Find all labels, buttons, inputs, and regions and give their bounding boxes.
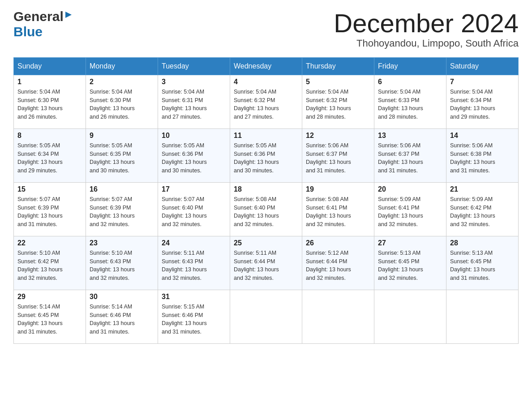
calendar-cell: 30 Sunrise: 5:14 AM Sunset: 6:46 PM Dayl… [86, 290, 158, 343]
day-number: 3 [162, 78, 226, 86]
day-number: 8 [17, 132, 82, 140]
day-number: 28 [450, 239, 515, 247]
calendar-cell: 13 Sunrise: 5:06 AM Sunset: 6:37 PM Dayl… [374, 128, 446, 182]
logo-arrow-icon [64, 10, 73, 21]
svg-marker-0 [65, 12, 72, 18]
day-info: Sunrise: 5:07 AM Sunset: 6:39 PM Dayligh… [90, 195, 154, 229]
day-info: Sunrise: 5:05 AM Sunset: 6:35 PM Dayligh… [90, 141, 154, 175]
calendar-cell: 11 Sunrise: 5:05 AM Sunset: 6:36 PM Dayl… [230, 128, 302, 182]
calendar-week-row: 8 Sunrise: 5:05 AM Sunset: 6:34 PM Dayli… [14, 128, 519, 182]
day-info: Sunrise: 5:11 AM Sunset: 6:44 PM Dayligh… [234, 249, 298, 283]
calendar-cell: 4 Sunrise: 5:04 AM Sunset: 6:32 PM Dayli… [230, 75, 302, 128]
day-info: Sunrise: 5:08 AM Sunset: 6:41 PM Dayligh… [306, 195, 370, 229]
day-number: 18 [234, 185, 298, 193]
calendar-cell: 28 Sunrise: 5:13 AM Sunset: 6:45 PM Dayl… [446, 236, 519, 290]
day-number: 31 [162, 293, 226, 301]
calendar-header-saturday: Saturday [446, 57, 519, 75]
day-number: 4 [234, 78, 298, 86]
day-info: Sunrise: 5:15 AM Sunset: 6:46 PM Dayligh… [162, 303, 226, 336]
calendar-cell: 31 Sunrise: 5:15 AM Sunset: 6:46 PM Dayl… [158, 290, 230, 343]
calendar-cell: 2 Sunrise: 5:04 AM Sunset: 6:30 PM Dayli… [86, 75, 158, 128]
day-number: 20 [378, 185, 442, 193]
day-info: Sunrise: 5:09 AM Sunset: 6:41 PM Dayligh… [378, 195, 442, 229]
day-info: Sunrise: 5:06 AM Sunset: 6:37 PM Dayligh… [378, 141, 442, 175]
day-info: Sunrise: 5:11 AM Sunset: 6:43 PM Dayligh… [162, 249, 226, 283]
calendar-cell: 6 Sunrise: 5:04 AM Sunset: 6:33 PM Dayli… [374, 75, 446, 128]
day-number: 29 [17, 293, 82, 301]
day-info: Sunrise: 5:05 AM Sunset: 6:34 PM Dayligh… [17, 141, 82, 175]
calendar-cell [374, 290, 446, 343]
day-info: Sunrise: 5:10 AM Sunset: 6:43 PM Dayligh… [90, 249, 154, 283]
calendar-cell: 10 Sunrise: 5:05 AM Sunset: 6:36 PM Dayl… [158, 128, 230, 182]
day-number: 22 [17, 239, 82, 247]
calendar-header-thursday: Thursday [302, 57, 374, 75]
day-number: 9 [90, 132, 154, 140]
day-info: Sunrise: 5:06 AM Sunset: 6:38 PM Dayligh… [450, 141, 515, 175]
calendar-cell: 29 Sunrise: 5:14 AM Sunset: 6:45 PM Dayl… [14, 290, 86, 343]
calendar-cell: 27 Sunrise: 5:13 AM Sunset: 6:45 PM Dayl… [374, 236, 446, 290]
day-info: Sunrise: 5:04 AM Sunset: 6:33 PM Dayligh… [378, 88, 442, 121]
calendar-table: SundayMondayTuesdayWednesdayThursdayFrid… [13, 57, 519, 344]
day-number: 27 [378, 239, 442, 247]
day-number: 30 [90, 293, 154, 301]
calendar-cell: 22 Sunrise: 5:10 AM Sunset: 6:42 PM Dayl… [14, 236, 86, 290]
day-info: Sunrise: 5:12 AM Sunset: 6:44 PM Dayligh… [306, 249, 370, 283]
day-info: Sunrise: 5:10 AM Sunset: 6:42 PM Dayligh… [17, 249, 82, 283]
day-number: 19 [306, 185, 370, 193]
calendar-header-wednesday: Wednesday [230, 57, 302, 75]
calendar-week-row: 15 Sunrise: 5:07 AM Sunset: 6:39 PM Dayl… [14, 182, 519, 236]
day-number: 13 [378, 132, 442, 140]
logo: General Blue [13, 9, 73, 39]
calendar-cell: 18 Sunrise: 5:08 AM Sunset: 6:40 PM Dayl… [230, 182, 302, 236]
day-number: 6 [378, 78, 442, 86]
day-info: Sunrise: 5:07 AM Sunset: 6:40 PM Dayligh… [162, 195, 226, 229]
calendar-cell: 5 Sunrise: 5:04 AM Sunset: 6:32 PM Dayli… [302, 75, 374, 128]
day-info: Sunrise: 5:09 AM Sunset: 6:42 PM Dayligh… [450, 195, 515, 229]
day-info: Sunrise: 5:07 AM Sunset: 6:39 PM Dayligh… [17, 195, 82, 229]
logo-general-text: General [13, 9, 64, 24]
day-info: Sunrise: 5:04 AM Sunset: 6:32 PM Dayligh… [234, 88, 298, 121]
day-info: Sunrise: 5:04 AM Sunset: 6:34 PM Dayligh… [450, 88, 515, 121]
day-info: Sunrise: 5:05 AM Sunset: 6:36 PM Dayligh… [162, 141, 226, 175]
day-number: 23 [90, 239, 154, 247]
day-number: 1 [17, 78, 82, 86]
calendar-header-tuesday: Tuesday [158, 57, 230, 75]
day-number: 12 [306, 132, 370, 140]
day-number: 15 [17, 185, 82, 193]
calendar-cell: 3 Sunrise: 5:04 AM Sunset: 6:31 PM Dayli… [158, 75, 230, 128]
calendar-cell [446, 290, 519, 343]
logo-blue-text: Blue [13, 24, 43, 39]
day-info: Sunrise: 5:14 AM Sunset: 6:46 PM Dayligh… [90, 303, 154, 336]
day-number: 7 [450, 78, 515, 86]
calendar-cell: 1 Sunrise: 5:04 AM Sunset: 6:30 PM Dayli… [14, 75, 86, 128]
calendar-cell: 25 Sunrise: 5:11 AM Sunset: 6:44 PM Dayl… [230, 236, 302, 290]
day-number: 11 [234, 132, 298, 140]
day-info: Sunrise: 5:04 AM Sunset: 6:31 PM Dayligh… [162, 88, 226, 121]
day-info: Sunrise: 5:04 AM Sunset: 6:32 PM Dayligh… [306, 88, 370, 121]
day-number: 5 [306, 78, 370, 86]
location-title: Thohoyandou, Limpopo, South Africa [334, 38, 519, 49]
calendar-cell: 26 Sunrise: 5:12 AM Sunset: 6:44 PM Dayl… [302, 236, 374, 290]
calendar-header-monday: Monday [86, 57, 158, 75]
day-info: Sunrise: 5:06 AM Sunset: 6:37 PM Dayligh… [306, 141, 370, 175]
calendar-cell: 12 Sunrise: 5:06 AM Sunset: 6:37 PM Dayl… [302, 128, 374, 182]
day-info: Sunrise: 5:13 AM Sunset: 6:45 PM Dayligh… [450, 249, 515, 283]
day-info: Sunrise: 5:05 AM Sunset: 6:36 PM Dayligh… [234, 141, 298, 175]
calendar-cell: 14 Sunrise: 5:06 AM Sunset: 6:38 PM Dayl… [446, 128, 519, 182]
day-number: 17 [162, 185, 226, 193]
calendar-cell: 9 Sunrise: 5:05 AM Sunset: 6:35 PM Dayli… [86, 128, 158, 182]
calendar-header-sunday: Sunday [14, 57, 86, 75]
day-number: 10 [162, 132, 226, 140]
day-number: 14 [450, 132, 515, 140]
day-number: 26 [306, 239, 370, 247]
page-header: General Blue December 2024 Thohoyandou, … [13, 9, 519, 49]
day-number: 25 [234, 239, 298, 247]
day-number: 16 [90, 185, 154, 193]
calendar-week-row: 29 Sunrise: 5:14 AM Sunset: 6:45 PM Dayl… [14, 290, 519, 343]
calendar-cell: 15 Sunrise: 5:07 AM Sunset: 6:39 PM Dayl… [14, 182, 86, 236]
calendar-week-row: 22 Sunrise: 5:10 AM Sunset: 6:42 PM Dayl… [14, 236, 519, 290]
calendar-week-row: 1 Sunrise: 5:04 AM Sunset: 6:30 PM Dayli… [14, 75, 519, 128]
day-info: Sunrise: 5:14 AM Sunset: 6:45 PM Dayligh… [17, 303, 82, 336]
calendar-cell: 8 Sunrise: 5:05 AM Sunset: 6:34 PM Dayli… [14, 128, 86, 182]
calendar-cell [302, 290, 374, 343]
